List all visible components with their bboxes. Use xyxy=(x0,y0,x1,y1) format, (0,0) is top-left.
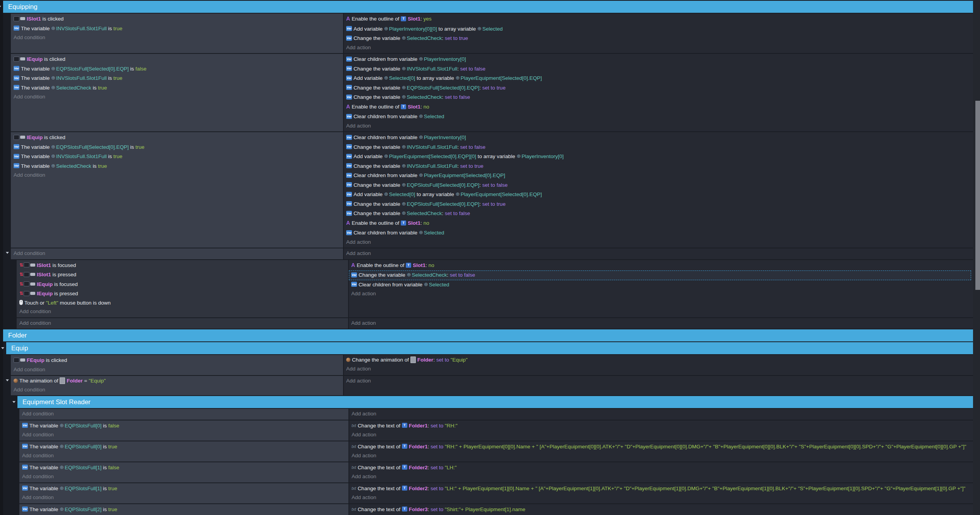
condition-row[interactable]: ISlot1 is clicked xyxy=(11,14,343,24)
action-row[interactable]: Change the text of Folder2: set to "LH:"… xyxy=(349,484,973,494)
action-row[interactable]: Change the variable EQPSlotsFull[Selecte… xyxy=(344,83,973,93)
condition-row[interactable]: IEquip is focused xyxy=(17,280,348,289)
add-condition-button[interactable]: Add condition xyxy=(17,319,348,328)
add-condition-button[interactable]: Add condition xyxy=(19,493,348,502)
condition-row[interactable]: The variable EQPSlotsFull[1] is true xyxy=(19,484,348,494)
add-condition-button[interactable]: Add condition xyxy=(17,307,348,316)
add-condition-button[interactable]: Add condition xyxy=(11,386,343,394)
condition-row[interactable]: The variable EQPSlotsFull[1] is false xyxy=(19,463,348,473)
condition-row[interactable]: IEquip is clicked xyxy=(11,55,343,64)
action-row[interactable]: Change the variable EQPSlotsFull[Selecte… xyxy=(344,181,973,190)
condition-row[interactable]: The variable INVSlotsFull.Slot1Full is t… xyxy=(11,24,343,34)
add-action-button[interactable]: Add action xyxy=(344,365,973,374)
value-setter: set to true xyxy=(482,84,506,90)
add-condition-button[interactable]: Add condition xyxy=(19,472,348,481)
add-condition-button[interactable]: Add condition xyxy=(11,365,343,374)
action-row[interactable]: Change the variable SelectedCheck: set t… xyxy=(349,270,971,280)
action-row[interactable]: Add variable PlayerEquipment[Selected[0]… xyxy=(344,152,973,162)
collapse-chevron-icon[interactable] xyxy=(1,347,4,349)
scrollbar-thumb[interactable] xyxy=(975,101,980,290)
group-header[interactable]: Equipment Slot Reader xyxy=(17,396,973,408)
condition-row[interactable]: IEquip is pressed xyxy=(17,289,348,299)
condition-row[interactable]: ISlot1 is focused xyxy=(17,261,348,270)
event-row: The animation of Folder = "Equip"Add con… xyxy=(11,376,973,395)
value-setter: set to false xyxy=(445,210,470,216)
action-row[interactable]: Add variable Selected[0] to array variab… xyxy=(344,74,973,83)
text-segment: is xyxy=(101,485,108,491)
condition-row[interactable]: The variable EQPSlotsFull[0] is false xyxy=(19,421,348,431)
collapse-chevron-icon[interactable] xyxy=(6,252,9,254)
collapse-chevron-icon[interactable] xyxy=(0,6,1,8)
condition-row[interactable]: IEquip is clicked xyxy=(11,133,343,143)
add-action-button[interactable]: Add action xyxy=(344,377,973,386)
add-action-button[interactable]: Add action xyxy=(349,319,973,328)
add-action-button[interactable]: Add action xyxy=(349,431,973,439)
add-action-button[interactable]: Add action xyxy=(349,493,973,502)
collapse-chevron-icon[interactable] xyxy=(12,401,15,403)
action-row[interactable]: Clear children from variable Selected xyxy=(344,112,973,122)
add-action-button[interactable]: Add action xyxy=(344,249,973,258)
add-condition-button[interactable]: Add condition xyxy=(19,431,348,439)
collapse-chevron-icon[interactable] xyxy=(6,379,9,381)
action-row[interactable]: Clear children from variable Selected xyxy=(344,228,973,238)
add-condition-button[interactable]: Add condition xyxy=(19,410,348,419)
add-action-button[interactable]: Add action xyxy=(349,289,973,298)
action-row[interactable]: Change the variable SelectedCheck: set t… xyxy=(344,93,973,102)
vertical-scrollbar[interactable] xyxy=(973,0,980,515)
action-row[interactable]: Enable the outline of Slot1: yes xyxy=(344,14,973,24)
add-condition-button[interactable]: Add condition xyxy=(11,33,343,42)
condition-row[interactable]: The variable EQPSlotsFull[2] is true xyxy=(19,505,348,515)
text-segment: The variable xyxy=(21,84,51,90)
add-condition-button[interactable]: Add condition xyxy=(19,451,348,460)
action-row[interactable]: Clear children from variable PlayerInven… xyxy=(344,55,973,64)
group-header[interactable]: Equipping xyxy=(3,1,973,13)
action-row[interactable]: Clear children from variable Selected xyxy=(349,280,973,290)
action-row[interactable]: Add variable PlayerInventory[0][0] to ar… xyxy=(344,24,973,34)
action-row[interactable]: Change the variable INVSlotsFull.Slot1Fu… xyxy=(344,64,973,74)
object-name: Folder1 xyxy=(409,422,428,428)
text-segment: The variable xyxy=(29,506,60,512)
condition-row[interactable]: The variable EQPSlotsFull[Selected[0].EQ… xyxy=(11,143,343,152)
condition-row[interactable]: The variable EQPSlotsFull[Selected[0].EQ… xyxy=(11,64,343,74)
object-name: Folder2 xyxy=(409,485,428,491)
group-header[interactable]: Equip xyxy=(6,342,973,354)
condition-row[interactable]: FEquip is clicked xyxy=(11,356,343,365)
add-condition-button[interactable]: Add condition xyxy=(11,93,343,102)
action-row[interactable]: Change the variable INVSlotsFull.Slot1Fu… xyxy=(344,162,973,171)
condition-row[interactable]: The variable INVSlotsFull.Slot1Full is t… xyxy=(11,152,343,162)
action-row[interactable]: Add variable Selected[0] to array variab… xyxy=(344,190,973,200)
action-row[interactable]: Change the animation of Folder: set to "… xyxy=(344,356,973,365)
condition-row[interactable]: The variable INVSlotsFull.Slot1Full is t… xyxy=(11,74,343,83)
add-condition-button[interactable]: Add condition xyxy=(11,171,343,180)
variable-name: Selected[0] xyxy=(389,75,415,81)
add-action-button[interactable]: Add action xyxy=(344,238,973,247)
add-action-button[interactable]: Add action xyxy=(344,122,973,131)
action-row[interactable]: Change the text of Folder3: set to "Shir… xyxy=(349,505,973,515)
action-row[interactable]: Enable the outline of Slot1: no xyxy=(344,219,973,229)
action-row[interactable]: Clear children from variable PlayerInven… xyxy=(344,133,973,143)
action-row[interactable]: Change the variable SelectedCheck: set t… xyxy=(344,34,973,43)
condition-row[interactable]: The animation of Folder = "Equip" xyxy=(11,377,343,386)
condition-row[interactable]: The variable SelectedCheck is true xyxy=(11,83,343,93)
conditions-cell: Add condition xyxy=(11,248,343,259)
condition-row[interactable]: Touch or "Left" mouse button is down xyxy=(17,299,348,308)
action-row[interactable]: Change the text of Folder1: set to "RH:" xyxy=(349,421,973,431)
add-action-button[interactable]: Add action xyxy=(349,451,973,460)
action-row[interactable]: Change the variable SelectedCheck: set t… xyxy=(344,209,973,219)
group-header[interactable]: Folder xyxy=(3,329,973,341)
add-condition-button[interactable]: Add condition xyxy=(11,249,343,258)
add-action-button[interactable]: Add action xyxy=(349,410,973,419)
condition-row[interactable]: The variable EQPSlotsFull[0] is true xyxy=(19,442,348,452)
action-row[interactable]: Change the variable INVSlotsFull.Slot1Fu… xyxy=(344,143,973,152)
action-row[interactable]: Enable the outline of Slot1: no xyxy=(344,102,973,112)
action-row[interactable]: Clear children from variable PlayerEquip… xyxy=(344,171,973,181)
action-row[interactable]: Change the variable EQPSlotsFull[Selecte… xyxy=(344,200,973,209)
text-segment: is xyxy=(107,25,113,31)
condition-row[interactable]: The variable SelectedCheck is true xyxy=(11,162,343,171)
action-row[interactable]: Change the text of Folder2: set to "LH:" xyxy=(349,463,973,473)
add-action-button[interactable]: Add action xyxy=(344,43,973,52)
condition-row[interactable]: ISlot1 is pressed xyxy=(17,270,348,280)
add-action-button[interactable]: Add action xyxy=(349,472,973,481)
action-row[interactable]: Change the text of Folder1: set to "RH:"… xyxy=(349,442,973,452)
action-row[interactable]: Enable the outline of Slot1: no xyxy=(349,261,973,271)
